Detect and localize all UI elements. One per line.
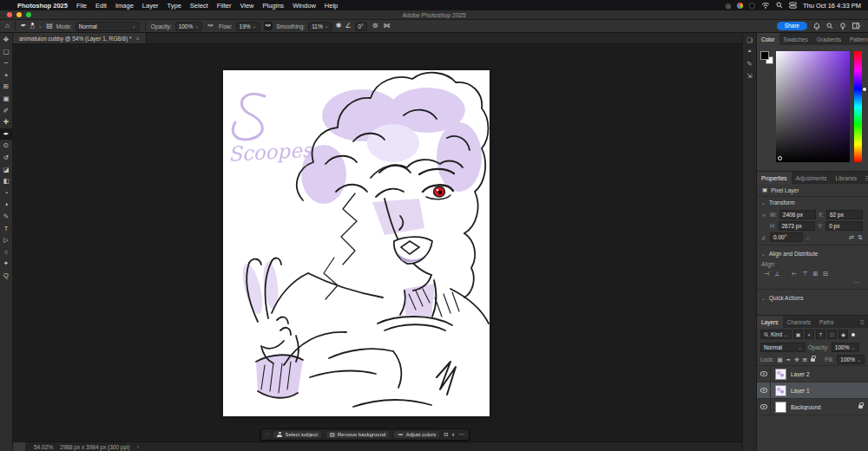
menubar-clock[interactable]: Thu Oct 16 4:33 PM	[803, 2, 861, 10]
pressure-size-icon[interactable]: ⊚	[371, 22, 380, 30]
align-more-icon[interactable]: ⋯	[757, 279, 868, 286]
tool-button[interactable]: ▣	[0, 93, 13, 105]
layer-row[interactable]: Layer 1	[757, 382, 868, 399]
panel-tab[interactable]: Gradients	[812, 33, 845, 45]
tool-button[interactable]: Q	[0, 270, 13, 282]
layer-opacity-dropdown[interactable]: 100% ⌄	[832, 343, 859, 352]
discover-lightbulb-icon[interactable]	[839, 23, 846, 30]
fill-dropdown[interactable]: 100% ⌄	[837, 355, 865, 364]
visibility-eye-icon[interactable]	[760, 388, 767, 393]
transform-section-header[interactable]: ⌄ Transform	[757, 197, 868, 208]
menu-item[interactable]: Image	[111, 2, 138, 10]
flip-vertical-icon[interactable]: ⇅	[858, 234, 863, 241]
status-chevron-icon[interactable]: ›	[137, 444, 139, 450]
height-field[interactable]: 2673 px	[779, 221, 816, 231]
menu-item[interactable]: Help	[320, 2, 342, 10]
panel-tab[interactable]: Swatches	[779, 33, 812, 45]
document-canvas[interactable]: Scoopes	[223, 70, 490, 416]
layer-name[interactable]: Layer 2	[791, 371, 868, 377]
tool-button[interactable]: ◪	[0, 164, 13, 176]
lock-option-icon[interactable]: ⊞	[803, 356, 807, 363]
align-icon[interactable]: ⊟	[823, 271, 828, 278]
panel-tab[interactable]: Layers	[757, 316, 783, 328]
hue-slider-handle[interactable]	[863, 88, 866, 91]
align-section-header[interactable]: ⌄ Align and Distribute	[757, 248, 868, 259]
align-icon[interactable]: ⊥	[774, 271, 779, 278]
tool-button[interactable]: ⊞	[0, 81, 13, 93]
panel-icon[interactable]: ✎	[746, 61, 752, 68]
tool-button[interactable]: ◔	[0, 187, 13, 199]
lock-option-icon[interactable]: ✒	[786, 356, 791, 363]
panel-menu-icon[interactable]: ☰	[857, 316, 868, 328]
airbrush-icon[interactable]: ✑	[264, 22, 273, 30]
tool-button[interactable]: ∽	[0, 57, 13, 69]
link-dimensions-icon[interactable]: ∞	[760, 212, 767, 218]
layer-row[interactable]: Layer 2	[757, 366, 868, 382]
notifications-bell-icon[interactable]	[813, 23, 820, 30]
align-icon[interactable]: ⊞	[812, 271, 818, 278]
panel-icon[interactable]: ❏	[746, 37, 753, 44]
lock-option-icon[interactable]: ✥	[794, 356, 799, 363]
filter-toggle-icon[interactable]	[852, 333, 855, 337]
tool-button[interactable]: ✐	[0, 105, 13, 117]
visibility-cell[interactable]	[757, 399, 771, 415]
layer-filter-icon[interactable]: ◐	[805, 330, 814, 339]
menu-item[interactable]: Type	[163, 2, 186, 10]
flow-dropdown[interactable]: 19% ⌄	[236, 22, 260, 31]
tool-button[interactable]: ○	[0, 246, 13, 258]
drag-handle-icon[interactable]: ∷	[266, 431, 269, 438]
layer-filter-icon[interactable]: ▣	[793, 330, 803, 339]
screen-record-icon[interactable]: ◎	[726, 3, 731, 9]
brush-tool-icon[interactable]: ✒	[21, 23, 27, 29]
tool-button[interactable]: ✚	[0, 116, 13, 128]
app-logo-icon[interactable]	[749, 3, 755, 9]
layer-thumbnail[interactable]	[775, 369, 786, 380]
chevron-down-icon[interactable]: ⌄	[806, 235, 810, 240]
menu-item[interactable]: Photoshop 2025	[13, 2, 72, 10]
x-field[interactable]: 62 px	[826, 210, 863, 219]
menu-item[interactable]: Filter	[213, 2, 236, 10]
menu-item[interactable]: Layer	[138, 2, 163, 10]
wifi-icon[interactable]	[761, 2, 770, 9]
tool-button[interactable]: ▷	[0, 234, 13, 246]
rotation-field[interactable]: 0.00°	[770, 232, 803, 242]
layer-filter-icon[interactable]: T	[816, 330, 825, 339]
brush-preset-picker[interactable]: 23	[30, 23, 36, 29]
menu-item[interactable]: Window	[288, 2, 320, 10]
layer-filter-icon[interactable]: ◆	[838, 330, 848, 339]
menu-item[interactable]: Plugins	[259, 2, 289, 10]
lock-all-icon[interactable]	[811, 358, 815, 362]
more-options-icon[interactable]: ⋯	[459, 432, 465, 438]
panel-tab[interactable]: Patterns	[845, 33, 868, 45]
crop-icon[interactable]: ⊡	[444, 432, 448, 438]
layer-thumbnail[interactable]	[775, 402, 786, 413]
workspace-switcher-icon[interactable]	[852, 23, 861, 29]
quick-actions-header[interactable]: ⌄ Quick Actions	[757, 292, 868, 304]
foreground-background-swatches[interactable]	[760, 51, 773, 64]
opacity-dropdown[interactable]: 100% ⌄	[175, 22, 203, 31]
zoom-level-field[interactable]: 54.02%	[34, 444, 53, 450]
panel-tab[interactable]: Paths	[815, 316, 838, 328]
paint-symmetry-icon[interactable]: ⋈	[384, 23, 391, 29]
foreground-color-swatch[interactable]	[760, 51, 769, 60]
panel-tab[interactable]: Libraries	[831, 172, 861, 184]
tool-button[interactable]: ◑	[0, 199, 13, 211]
tool-button[interactable]: ⌖	[0, 69, 13, 82]
panel-icon[interactable]: ❝	[747, 49, 751, 56]
select-subject-button[interactable]: Select subject	[273, 430, 321, 439]
spotlight-search-icon[interactable]	[776, 2, 783, 9]
tool-button[interactable]: ◧	[0, 175, 13, 187]
hue-slider[interactable]	[854, 51, 862, 162]
layer-row[interactable]: Background	[757, 399, 868, 415]
tool-button[interactable]: ⊙	[0, 140, 13, 152]
tool-button[interactable]: T	[0, 223, 13, 235]
browser-app-icon[interactable]	[737, 3, 743, 9]
visibility-eye-icon[interactable]	[760, 371, 767, 376]
tool-button[interactable]: ✒	[0, 128, 13, 141]
brush-angle-field[interactable]: 0°	[355, 22, 367, 31]
kind-filter-dropdown[interactable]: Kind ⌄	[760, 330, 792, 339]
home-icon[interactable]: ⌂	[5, 23, 10, 29]
share-button[interactable]: Share	[777, 22, 807, 31]
layer-name[interactable]: Layer 1	[791, 388, 868, 394]
control-center-icon[interactable]	[789, 2, 797, 9]
